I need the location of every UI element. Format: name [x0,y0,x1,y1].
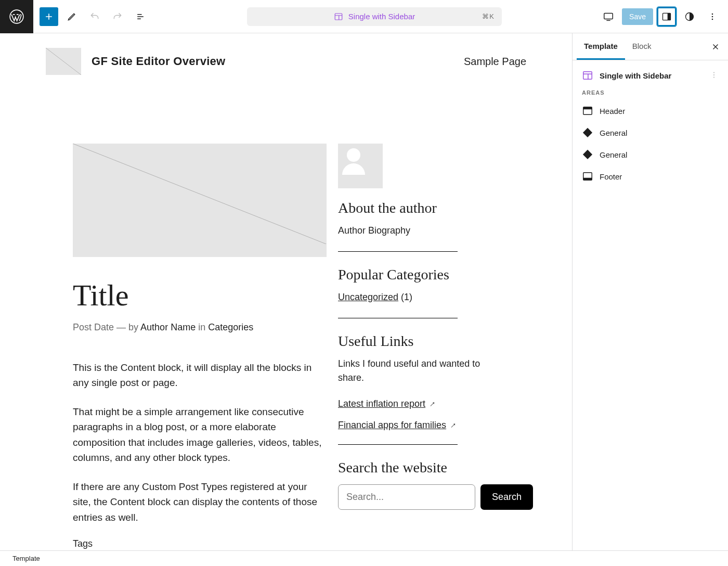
post-date: Post Date [73,322,114,332]
separator [338,251,458,252]
popular-categories-heading[interactable]: Popular Categories [338,266,499,283]
svg-line-9 [46,48,81,75]
redo-icon [112,11,123,22]
document-title: Single with Sidebar [348,12,415,21]
svg-point-6 [712,13,713,15]
list-view-icon [135,11,146,22]
area-row-footer[interactable]: Footer [580,165,721,187]
external-icon: → [447,419,460,432]
svg-rect-4 [668,13,671,20]
save-button[interactable]: Save [622,8,653,25]
site-header[interactable]: GF Site Editor Overview Sample Page [0,33,572,89]
view-button[interactable] [599,7,618,26]
template-actions-button[interactable] [709,70,719,81]
areas-section-label: Areas [580,85,721,100]
person-icon [338,144,369,175]
external-link[interactable]: Financial apps for families [338,420,446,430]
content-paragraph[interactable]: That might be a simple arrangement like … [73,404,327,466]
template-part-icon [582,149,593,160]
separator [338,444,458,445]
pencil-icon [67,11,77,22]
redo-button[interactable] [108,7,127,26]
settings-panel-toggle[interactable] [657,7,676,26]
site-title[interactable]: GF Site Editor Overview [92,55,226,68]
settings-panel: Template Block Single with Sidebar Areas [572,33,728,550]
area-row-general[interactable]: General [580,122,721,144]
separator [338,318,458,318]
document-title-bar[interactable]: Single with Sidebar ⌘K [247,7,502,26]
svg-rect-2 [604,13,613,19]
post-author: Author Name [140,322,196,332]
nav-link-sample-page[interactable]: Sample Page [464,56,526,68]
post-categories: Categories [208,322,253,332]
header-icon [582,105,593,117]
svg-line-10 [73,144,327,244]
template-row[interactable]: Single with Sidebar [580,66,721,85]
wordpress-icon [9,9,24,24]
site-logo-placeholder[interactable] [46,48,81,75]
external-link[interactable]: Latest inflation report [338,398,425,409]
template-name: Single with Sidebar [600,71,671,80]
svg-point-13 [713,72,714,73]
area-row-general[interactable]: General [580,144,721,165]
svg-point-15 [713,76,714,78]
svg-rect-21 [583,178,592,181]
about-author-heading[interactable]: About the author [338,200,499,216]
svg-point-11 [347,148,360,162]
command-shortcut: ⌘K [482,12,495,20]
plus-icon [44,11,54,22]
footer-icon [582,171,593,182]
svg-point-8 [712,18,713,20]
tab-template[interactable]: Template [577,33,625,60]
undo-icon [89,11,100,22]
featured-image-placeholder[interactable] [73,144,327,257]
post-title[interactable]: Title [73,278,327,313]
breadcrumb[interactable]: Template [12,555,40,562]
svg-rect-1 [335,14,342,20]
external-icon: → [426,397,439,411]
svg-rect-12 [583,72,592,80]
tab-block[interactable]: Block [625,33,659,60]
svg-rect-18 [583,128,592,137]
close-icon [711,42,720,52]
close-panel-button[interactable] [707,38,724,55]
svg-point-7 [712,16,713,17]
svg-point-14 [713,74,714,75]
wordpress-logo[interactable] [0,0,33,33]
search-heading[interactable]: Search the website [338,459,499,476]
author-avatar-placeholder[interactable] [338,144,383,188]
post-meta[interactable]: Post Date — by Author Name in Categories [73,322,327,333]
area-row-header[interactable]: Header [580,100,721,122]
styles-button[interactable] [680,7,699,26]
content-paragraph[interactable]: If there are any Custom Post Types regis… [73,479,327,525]
template-part-icon [582,127,593,138]
search-input[interactable] [338,484,475,510]
useful-links-heading[interactable]: Useful Links [338,333,499,350]
svg-rect-19 [583,150,592,159]
more-vertical-icon [709,70,719,80]
useful-links-desc[interactable]: Links I found useful and wanted to share… [338,357,499,385]
sidebar-icon [661,11,672,22]
category-count: (1) [398,292,412,302]
placeholder-icon [73,144,327,244]
document-overview-button[interactable] [131,7,150,26]
svg-rect-17 [583,107,592,110]
add-block-button[interactable] [40,7,58,26]
content-paragraph[interactable]: This is the Content block, it will displ… [73,360,327,391]
more-vertical-icon [707,11,718,22]
editor-canvas[interactable]: GF Site Editor Overview Sample Page Titl… [0,33,572,550]
styles-icon [684,11,695,22]
category-link[interactable]: Uncategorized [338,292,398,302]
desktop-icon [603,11,614,22]
layout-icon [334,12,343,21]
search-button[interactable]: Search [480,484,533,510]
undo-button[interactable] [85,7,104,26]
author-bio[interactable]: Author Biography [338,224,499,238]
options-button[interactable] [703,7,722,26]
layout-icon [582,70,593,81]
placeholder-icon [46,48,81,75]
edit-tool-button[interactable] [62,7,81,26]
post-tags[interactable]: Tags [73,538,327,549]
